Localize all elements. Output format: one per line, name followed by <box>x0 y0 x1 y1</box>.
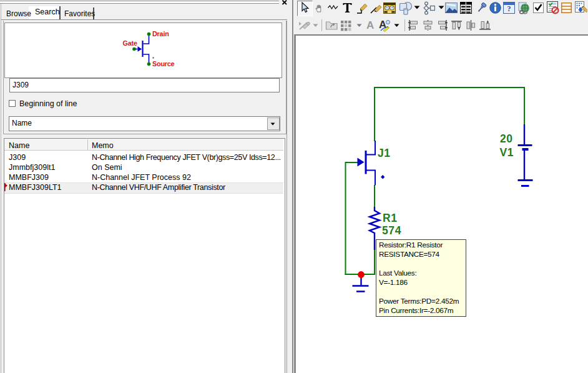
svg-text:Drain: Drain <box>152 30 169 37</box>
svg-text:574: 574 <box>382 224 401 237</box>
svg-text:20: 20 <box>500 132 513 145</box>
svg-text:Source: Source <box>152 60 175 67</box>
svg-text:J1: J1 <box>378 147 391 159</box>
svg-text:Gate: Gate <box>123 39 137 47</box>
svg-text:V1: V1 <box>500 146 514 159</box>
svg-text:R1: R1 <box>383 212 398 224</box>
svg-text:?: ? <box>507 4 511 13</box>
